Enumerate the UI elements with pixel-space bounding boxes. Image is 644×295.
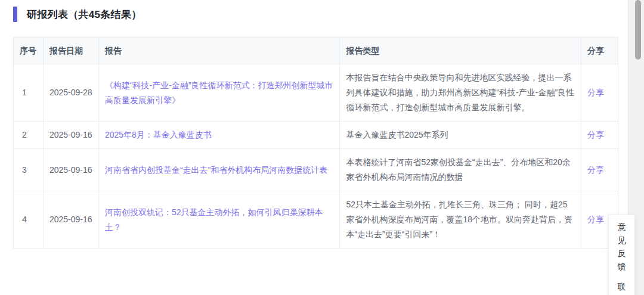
column-header-type: 报告类型 <box>340 38 581 64</box>
report-link[interactable]: 2025年8月：基金入豫蓝皮书 <box>105 130 212 139</box>
share-link[interactable]: 分享 <box>587 215 604 224</box>
page-title: 研报列表（共45条结果） <box>27 8 142 21</box>
report-link[interactable]: 河南省省内创投基金“走出去”和省外机构布局河南数据统计表 <box>105 165 327 175</box>
table-row: 2 2025-09-16 2025年8月：基金入豫蓝皮书 基金入豫蓝皮书2025… <box>14 122 618 149</box>
column-header-date: 报告日期 <box>43 38 98 64</box>
report-type: 本表格统计了河南省52家创投基金“走出去”、分布地区和20余家省外机构布局河南情… <box>340 149 581 191</box>
contact-link[interactable]: 联系我们 <box>609 280 634 295</box>
column-header-share: 分享 <box>581 38 618 64</box>
table-row: 1 2025-09-28 《构建“科技-产业-金融”良性循环新范式：打造郑州创新… <box>14 64 618 122</box>
report-date: 2025-09-16 <box>43 122 98 149</box>
share-link[interactable]: 分享 <box>587 88 604 97</box>
row-number: 1 <box>14 64 44 122</box>
report-type: 本报告旨在结合中央政策导向和先进地区实践经验，提出一系列具体建议和措施，助力郑州… <box>340 64 581 122</box>
report-date: 2025-09-16 <box>43 191 98 249</box>
row-number: 4 <box>14 191 44 249</box>
share-link[interactable]: 分享 <box>587 130 604 139</box>
report-date: 2025-09-28 <box>43 64 98 122</box>
column-header-report: 报告 <box>98 38 340 64</box>
scrollbar-thumb[interactable] <box>635 0 641 60</box>
column-header-no: 序号 <box>14 38 44 64</box>
table-header-row: 序号 报告日期 报告 报告类型 分享 <box>14 38 618 64</box>
report-type: 52只本土基金主动外拓，扎堆长三角、珠三角； 同时，超25家省外机构深度布局河南… <box>340 191 581 249</box>
report-link[interactable]: 河南创投双轨记：52只基金主动外拓，如何引凤归巢深耕本土？ <box>105 207 323 232</box>
feedback-link[interactable]: 意见反馈 <box>609 221 634 273</box>
floating-action-widget: 意见反馈 联系我们 <box>608 215 635 295</box>
report-table: 序号 报告日期 报告 报告类型 分享 1 2025-09-28 《构建“科技-产… <box>13 37 618 249</box>
row-number: 2 <box>14 122 44 149</box>
report-list-page: 研报列表（共45条结果） 序号 报告日期 报告 报告类型 分享 1 2025-0… <box>0 0 644 295</box>
accent-bar <box>13 7 17 22</box>
table-row: 3 2025-09-16 河南省省内创投基金“走出去”和省外机构布局河南数据统计… <box>14 149 618 191</box>
table-row: 4 2025-09-16 河南创投双轨记：52只基金主动外拓，如何引凤归巢深耕本… <box>14 191 618 249</box>
share-link[interactable]: 分享 <box>587 165 604 175</box>
row-number: 3 <box>14 149 44 191</box>
section-header: 研报列表（共45条结果） <box>13 6 142 23</box>
report-date: 2025-09-16 <box>43 149 98 191</box>
report-link[interactable]: 《构建“科技-产业-金融”良性循环新范式：打造郑州创新型城市高质量发展新引擎》 <box>105 80 333 105</box>
report-type: 基金入豫蓝皮书2025年系列 <box>340 122 581 149</box>
